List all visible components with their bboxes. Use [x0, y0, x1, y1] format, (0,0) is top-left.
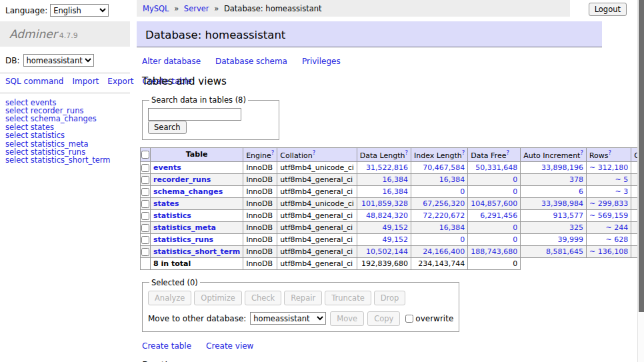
help-icon[interactable]: ? [609, 149, 612, 156]
data-free-value[interactable]: 0 [513, 187, 517, 196]
sidebar-action-import[interactable]: Import [72, 77, 99, 86]
link-create-table[interactable]: Create table [142, 341, 191, 351]
sidebar-select-schema_changes[interactable]: select schema_changes [5, 115, 130, 123]
row-checkbox[interactable] [141, 248, 149, 256]
overwrite-label: overwrite [415, 314, 453, 323]
data-length-value[interactable]: 10,502,144 [366, 247, 408, 256]
app-name: Adminer [9, 27, 57, 41]
row-checkbox[interactable] [141, 224, 149, 232]
data-length-value[interactable]: 16,384 [383, 175, 409, 184]
data-length-value[interactable]: 48,824,320 [366, 211, 408, 220]
auto-increment-value[interactable]: 913,577 [553, 211, 583, 220]
index-length-value[interactable]: 67,256,320 [423, 199, 465, 208]
auto-increment-value[interactable]: 325 [569, 223, 583, 232]
row-checkbox[interactable] [141, 236, 149, 244]
breadcrumb-link-server[interactable]: Server [184, 4, 209, 13]
search-button[interactable]: Search [148, 121, 187, 134]
nav-link-alter-database[interactable]: Alter database [142, 57, 201, 66]
sidebar-action-export[interactable]: Export [107, 77, 133, 86]
auto-increment-value[interactable]: 378 [569, 175, 583, 184]
data-free-value[interactable]: 188,743,680 [471, 247, 517, 256]
rows-value[interactable]: ~ 569,159 [589, 211, 628, 220]
drop-button[interactable]: Drop [374, 291, 406, 305]
data-free-value[interactable]: 0 [513, 235, 517, 244]
auto-increment-value[interactable]: 33,398,984 [541, 199, 583, 208]
index-length-value[interactable]: 72,220,672 [423, 211, 465, 220]
index-length-value[interactable]: 24,166,400 [423, 247, 465, 256]
truncate-button[interactable]: Truncate [325, 291, 371, 305]
db-select[interactable]: homeassistant [23, 54, 94, 67]
auto-increment-value[interactable]: 33,898,196 [541, 163, 583, 172]
analyze-button[interactable]: Analyze [148, 291, 191, 305]
table-link-statistics_meta[interactable]: statistics_meta [153, 223, 216, 232]
nav-link-database-schema[interactable]: Database schema [215, 57, 287, 66]
sidebar-select-statistics_short_term[interactable]: select statistics_short_term [5, 156, 130, 164]
rows-value[interactable]: ~ 312,180 [589, 163, 628, 172]
table-link-schema_changes[interactable]: schema_changes [153, 187, 223, 196]
vertical-scrollbar[interactable] [637, 0, 644, 362]
row-checkbox[interactable] [141, 200, 149, 208]
rows-value[interactable]: ~ 628 [605, 235, 628, 244]
data-free-value[interactable]: 0 [513, 175, 517, 184]
row-checkbox[interactable] [141, 212, 149, 220]
auto-increment-value[interactable]: 6 [579, 187, 583, 196]
check-button[interactable]: Check [245, 291, 281, 305]
language-select[interactable]: English [50, 4, 109, 17]
data-length-value[interactable]: 49,152 [383, 223, 409, 232]
select-all-checkbox[interactable] [141, 151, 149, 159]
scrollbar-thumb[interactable] [639, 0, 644, 312]
optimize-button[interactable]: Optimize [194, 291, 242, 305]
copy-button[interactable]: Copy [367, 311, 400, 326]
nav-link-privileges[interactable]: Privileges [302, 57, 341, 66]
sidebar-select-statistics[interactable]: select statistics [5, 131, 130, 139]
link-create-view[interactable]: Create view [206, 341, 253, 351]
data-length-value[interactable]: 49,152 [383, 235, 409, 244]
move-button[interactable]: Move [330, 311, 364, 326]
index-length-value[interactable]: 0 [460, 235, 465, 244]
sidebar-action-sql-command[interactable]: SQL command [5, 77, 63, 86]
data-length-value[interactable]: 16,384 [383, 187, 409, 196]
breadcrumb-current: Database: homeassistant [224, 4, 322, 13]
engine-cell: InnoDB [243, 233, 277, 245]
data-length-cell: 49,152 [357, 233, 411, 245]
table-link-statistics_short_term[interactable]: statistics_short_term [153, 247, 240, 256]
help-icon[interactable]: ? [271, 149, 275, 156]
data-free-value[interactable]: 0 [513, 223, 517, 232]
rows-value[interactable]: ~ 136,108 [589, 247, 628, 256]
row-checkbox[interactable] [141, 176, 149, 184]
index-length-value[interactable]: 16,384 [439, 223, 465, 232]
data-free-value[interactable]: 50,331,648 [475, 163, 517, 172]
data-free-value[interactable]: 104,857,600 [471, 199, 517, 208]
table-link-statistics_runs[interactable]: statistics_runs [153, 235, 213, 244]
help-icon[interactable]: ? [313, 149, 316, 156]
move-db-select[interactable]: homeassistant [250, 312, 326, 325]
index-length-value[interactable]: 0 [460, 187, 465, 196]
rows-value[interactable]: ~ 3 [615, 187, 628, 196]
rows-value[interactable]: ~ 299,833 [589, 199, 628, 208]
row-checkbox[interactable] [141, 188, 149, 196]
rows-value[interactable]: ~ 5 [615, 175, 628, 184]
help-icon[interactable]: ? [506, 149, 509, 156]
column-header-label: Auto Increment [523, 151, 580, 160]
table-link-recorder_runs[interactable]: recorder_runs [153, 175, 211, 184]
data-length-value[interactable]: 101,859,328 [361, 199, 408, 208]
rows-value[interactable]: ~ 244 [605, 223, 628, 232]
auto-increment-value[interactable]: 39,999 [557, 235, 583, 244]
search-input[interactable] [148, 108, 241, 121]
row-checkbox[interactable] [141, 164, 149, 172]
help-icon[interactable]: ? [580, 149, 583, 156]
breadcrumb-link-mysql[interactable]: MySQL [143, 4, 169, 13]
index-length-value[interactable]: 16,384 [439, 175, 465, 184]
data-free-value[interactable]: 6,291,456 [480, 211, 517, 220]
logout-button[interactable]: Logout [589, 3, 627, 16]
table-link-states[interactable]: states [153, 199, 179, 208]
help-icon[interactable]: ? [405, 149, 409, 156]
table-link-statistics[interactable]: statistics [153, 211, 191, 220]
table-link-events[interactable]: events [153, 163, 181, 172]
overwrite-checkbox[interactable] [405, 315, 413, 323]
auto-increment-value[interactable]: 8,581,645 [546, 247, 583, 256]
help-icon[interactable]: ? [462, 149, 465, 156]
data-length-value[interactable]: 31,522,816 [366, 163, 408, 172]
repair-button[interactable]: Repair [284, 291, 322, 305]
index-length-value[interactable]: 70,467,584 [423, 163, 465, 172]
